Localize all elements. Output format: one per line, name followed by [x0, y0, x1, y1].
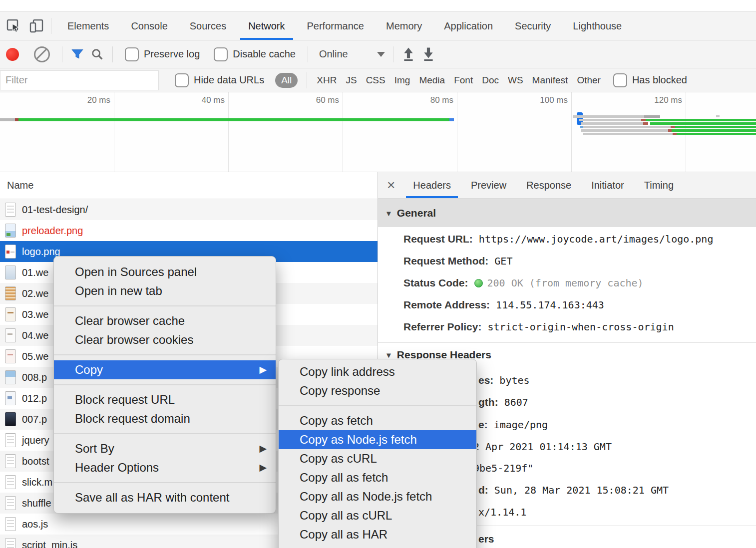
copy-submenu: Copy link address Copy response Copy as …: [278, 359, 477, 548]
image-icon: [5, 391, 16, 405]
throttling-dropdown[interactable]: Online: [319, 48, 385, 60]
image-icon: [5, 286, 16, 300]
menu-item-save-all-as-har[interactable]: Save all as HAR with content: [54, 488, 276, 507]
tab-console[interactable]: Console: [120, 12, 178, 40]
menu-item-clear-browser-cookies[interactable]: Clear browser cookies: [54, 330, 276, 349]
inspect-element-icon[interactable]: [4, 16, 23, 35]
export-har-icon[interactable]: [418, 44, 438, 64]
table-row[interactable]: 01-test-design/: [0, 199, 378, 220]
filter-type-other[interactable]: Other: [577, 75, 601, 86]
menu-item-copy-all-as-curl[interactable]: Copy all as cURL: [279, 506, 476, 525]
hide-data-urls-checkbox[interactable]: Hide data URLs: [175, 73, 264, 87]
request-headers-section-header[interactable]: ers: [478, 533, 494, 545]
network-toolbar: Preserve log Disable cache Online: [0, 40, 756, 68]
menu-item-open-in-new-tab[interactable]: Open in new tab: [54, 281, 276, 300]
filter-type-css[interactable]: CSS: [366, 75, 385, 86]
menu-item-copy-as-curl[interactable]: Copy as cURL: [279, 449, 476, 468]
tab-response[interactable]: Response: [516, 172, 581, 198]
script-icon: [5, 475, 16, 489]
tick-label: 80 ms: [430, 95, 453, 105]
device-toolbar-icon[interactable]: [27, 16, 46, 35]
waterfall-bar: [583, 126, 671, 128]
menu-separator: [54, 433, 276, 434]
network-overview-timeline[interactable]: 20 ms 40 ms 60 ms 80 ms 100 ms 120 ms: [0, 92, 756, 172]
tab-timing[interactable]: Timing: [634, 172, 684, 198]
filter-type-font[interactable]: Font: [454, 75, 473, 86]
menu-item-copy-link-address[interactable]: Copy link address: [279, 362, 476, 381]
tab-headers[interactable]: Headers: [403, 172, 461, 198]
image-icon: [5, 266, 16, 279]
filter-type-img[interactable]: Img: [394, 75, 410, 86]
table-row[interactable]: preloader.png: [0, 220, 378, 241]
section-divider: [378, 342, 756, 343]
menu-item-copy-response[interactable]: Copy response: [279, 381, 476, 400]
header-row: gth: 8607: [478, 392, 528, 413]
header-row: es: bytes: [478, 370, 530, 391]
menu-separator: [54, 482, 276, 483]
checkbox-icon: [214, 47, 228, 61]
divider: [112, 46, 113, 62]
filter-type-ws[interactable]: WS: [508, 75, 523, 86]
menu-item-copy-as-nodejs-fetch[interactable]: Copy as Node.js fetch: [279, 430, 476, 449]
tab-security[interactable]: Security: [504, 12, 562, 40]
clear-icon[interactable]: [34, 46, 50, 62]
waterfall-bar: [573, 115, 644, 118]
tab-application[interactable]: Application: [433, 12, 504, 40]
menu-item-copy[interactable]: Copy▶: [54, 360, 276, 379]
tab-performance[interactable]: Performance: [296, 12, 376, 40]
filter-type-all[interactable]: All: [275, 73, 298, 88]
menu-item-clear-browser-cache[interactable]: Clear browser cache: [54, 311, 276, 330]
tab-lighthouse[interactable]: Lighthouse: [562, 12, 633, 40]
menu-item-sort-by[interactable]: Sort By▶: [54, 439, 276, 458]
waterfall-bar: [671, 126, 675, 128]
general-section: Request URL: https://www.joycode.art/ima…: [378, 228, 756, 338]
menu-item-header-options[interactable]: Header Options▶: [54, 458, 276, 477]
tab-network[interactable]: Network: [237, 12, 296, 40]
menu-item-block-request-domain[interactable]: Block request domain: [54, 409, 276, 428]
filter-type-js[interactable]: JS: [346, 75, 357, 86]
submenu-arrow-icon: ▶: [259, 439, 267, 458]
general-section-header[interactable]: ▼ General: [378, 199, 756, 227]
context-menu: Open in Sources panel Open in new tab Cl…: [53, 256, 276, 514]
chevron-down-icon: [377, 52, 385, 57]
disable-cache-checkbox[interactable]: Disable cache: [214, 47, 296, 61]
disable-cache-label: Disable cache: [233, 48, 296, 60]
menu-item-open-in-sources-panel[interactable]: Open in Sources panel: [54, 263, 276, 281]
tab-initiator[interactable]: Initiator: [581, 172, 634, 198]
has-blocked-checkbox[interactable]: Has blocked: [613, 73, 687, 87]
tab-preview[interactable]: Preview: [461, 172, 516, 198]
divider: [393, 46, 393, 62]
menu-item-copy-all-as-fetch[interactable]: Copy all as fetch: [279, 468, 476, 487]
tab-memory[interactable]: Memory: [375, 12, 433, 40]
import-har-icon[interactable]: [398, 44, 418, 64]
filter-type-doc[interactable]: Doc: [482, 75, 499, 86]
filter-type-xhr[interactable]: XHR: [317, 75, 337, 86]
has-blocked-label: Has blocked: [632, 74, 687, 86]
column-header-name[interactable]: Name: [0, 172, 378, 199]
filter-funnel-icon[interactable]: [67, 44, 87, 64]
filter-type-media[interactable]: Media: [419, 75, 445, 86]
filter-input[interactable]: [0, 70, 159, 90]
menu-item-block-request-url[interactable]: Block request URL: [54, 390, 276, 409]
tick-label: 120 ms: [654, 95, 682, 105]
search-icon[interactable]: [87, 44, 107, 64]
menu-item-copy-all-as-nodejs-fetch[interactable]: Copy all as Node.js fetch: [279, 487, 476, 506]
script-icon: [5, 496, 16, 510]
close-icon[interactable]: ×: [378, 178, 403, 192]
menu-item-copy-all-as-har[interactable]: Copy all as HAR: [279, 525, 476, 544]
tab-elements[interactable]: Elements: [56, 12, 120, 40]
menu-item-copy-as-fetch[interactable]: Copy as fetch: [279, 411, 476, 430]
divider: [51, 18, 51, 34]
waterfall-bar: [641, 119, 646, 121]
network-filterbar: Hide data URLs All XHR JS CSS Img Media …: [0, 68, 756, 92]
waterfall-bar: [579, 119, 641, 121]
filter-type-manifest[interactable]: Manifest: [532, 75, 568, 86]
record-icon[interactable]: [6, 48, 19, 61]
devtools-tabbar: Elements Console Sources Network Perform…: [0, 11, 756, 40]
image-icon: [5, 307, 16, 321]
preserve-log-checkbox[interactable]: Preserve log: [125, 47, 200, 61]
overview-bar-waiting: [0, 118, 15, 121]
tab-sources[interactable]: Sources: [179, 12, 237, 40]
devtools-window: Elements Console Sources Network Perform…: [0, 0, 756, 548]
overview-bar-tick: [15, 118, 18, 121]
